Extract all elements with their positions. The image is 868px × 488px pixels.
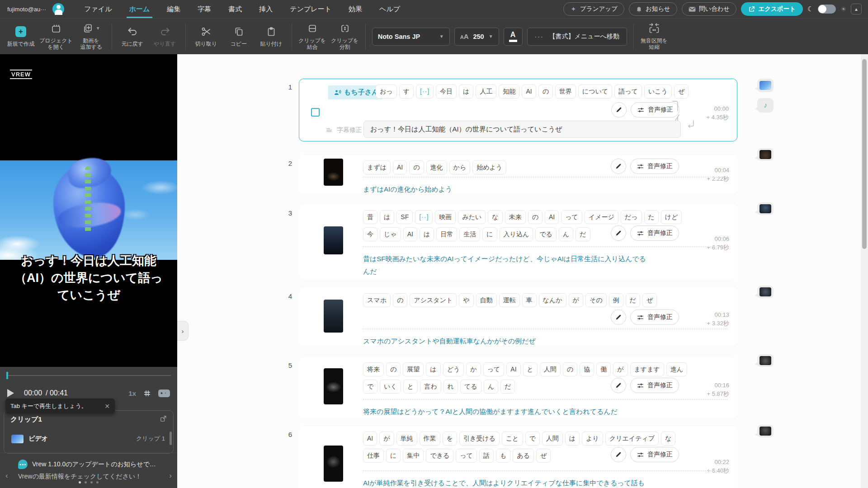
paste-button[interactable]: 貼り付け	[255, 26, 288, 47]
word-token[interactable]: 語って	[614, 84, 642, 99]
word-token[interactable]: 知能	[499, 84, 519, 99]
clip-subtitle-text[interactable]: AIが単純作業を引き受けることで、人間はよりクリエイティブな仕事に集中できるって…	[363, 477, 648, 488]
clip-thumbnail[interactable]	[324, 159, 343, 186]
word-token[interactable]: ぜ	[536, 449, 551, 463]
word-token[interactable]: 世界	[555, 84, 576, 99]
voice-fix-button[interactable]: 音声修正	[630, 447, 679, 462]
word-token[interactable]: アシスタント	[410, 293, 457, 307]
word-token[interactable]: って	[561, 210, 582, 224]
word-token[interactable]: は	[565, 432, 580, 446]
menu-item-テンプレート[interactable]: テンプレート	[290, 0, 331, 18]
word-token[interactable]: や	[459, 293, 473, 307]
word-token[interactable]: を	[443, 432, 457, 446]
word-token[interactable]: 人間	[540, 362, 561, 376]
word-token[interactable]: ある	[513, 449, 534, 463]
clip-row-1[interactable]: もち子さんおっす[··]今日は人工知能AIの世界について語っていこうぜ音声修正0…	[299, 79, 737, 141]
clip1-video-bubble[interactable]	[757, 79, 774, 92]
word-token[interactable]: と	[523, 362, 538, 376]
seek-bar[interactable]	[6, 375, 171, 376]
word-token[interactable]: から	[449, 160, 471, 174]
word-token[interactable]: が	[569, 293, 583, 307]
word-token[interactable]: は	[380, 210, 394, 224]
edit-pencil-button[interactable]	[611, 378, 626, 393]
contact-button[interactable]: 問い合わせ	[682, 2, 736, 16]
word-token[interactable]: てる	[460, 380, 481, 394]
word-token[interactable]: AI	[363, 432, 377, 446]
word-token[interactable]: AI	[393, 160, 407, 174]
plan-upgrade-button[interactable]: プランアップ	[563, 2, 624, 16]
word-token[interactable]: 言わ	[420, 380, 441, 394]
new-project-button[interactable]: + 新規で作成	[5, 26, 37, 47]
word-token[interactable]: か	[466, 362, 481, 376]
word-token[interactable]: SF	[396, 210, 413, 224]
word-token[interactable]: クリエイティブ	[605, 432, 659, 446]
word-token[interactable]: って	[456, 449, 477, 463]
clip-subtitle-text[interactable]: 昔はSF映画みたいな未来のAIってイメージだったけど、今じゃAIは日常生活に入り…	[363, 253, 648, 278]
word-token[interactable]: けど	[661, 210, 682, 224]
word-token[interactable]: 話	[479, 449, 494, 463]
clip-subtitle-text[interactable]: 将来の展望はどうかって？AIと人間の協働がますます進んでいくと言われてるんだ	[363, 405, 648, 418]
menu-item-編集[interactable]: 編集	[167, 0, 180, 18]
voice-fix-button[interactable]: 音声修正	[630, 310, 679, 325]
word-token[interactable]: AI	[545, 210, 559, 224]
word-token[interactable]: [··]	[416, 84, 434, 99]
edit-pencil-button[interactable]	[611, 225, 626, 241]
word-token[interactable]: ぜ	[674, 84, 689, 99]
split-clip-button[interactable]: クリップを分割	[329, 23, 361, 51]
merge-clips-button[interactable]: クリップを結合	[296, 23, 329, 51]
word-token[interactable]: イメージ	[585, 210, 618, 224]
word-token[interactable]: は	[426, 362, 440, 376]
clip-row-5[interactable]: 将来の展望はどうかってAIと人間の協働がますます進んでいくと言われてるんだ音声修…	[299, 357, 737, 418]
word-token[interactable]: の	[393, 293, 407, 307]
word-token[interactable]: ぜ	[642, 293, 657, 307]
clip6-media-bubble[interactable]	[757, 425, 774, 437]
word-token[interactable]: 進化	[426, 160, 447, 174]
banner-pagination-dots[interactable]	[79, 481, 99, 483]
clip-row-3[interactable]: 昔はSF[··]映画みたいな未来のAIってイメージだったけど今じゃAIは日常生活…	[299, 205, 737, 279]
word-token[interactable]: 展望	[403, 362, 424, 376]
word-token[interactable]: 人間	[542, 432, 563, 446]
word-token[interactable]: は	[420, 227, 434, 241]
word-token[interactable]: 始めよう	[472, 160, 506, 174]
word-token[interactable]: より	[582, 432, 603, 446]
word-token[interactable]: が	[379, 432, 394, 446]
word-token[interactable]: の	[409, 160, 424, 174]
word-token[interactable]: と	[403, 380, 418, 394]
clip-subtitle-text[interactable]: まずはAIの進化から始めよう	[363, 183, 648, 196]
cut-button[interactable]: 切り取り	[190, 26, 222, 47]
menu-item-ファイル[interactable]: ファイル	[84, 0, 112, 18]
word-token[interactable]: いこう	[644, 84, 672, 99]
edit-pencil-button[interactable]	[611, 102, 627, 117]
video-preview[interactable]: VREW おっす！今日は人工知能 （AI）の世界について語っ ていこうぜ	[0, 54, 177, 367]
word-token[interactable]: 作業	[420, 432, 440, 446]
redo-button[interactable]: やり直す	[149, 26, 181, 47]
word-token[interactable]: 映画	[435, 210, 456, 224]
add-video-button[interactable]: ▼ 動画を追加する	[75, 23, 108, 51]
word-token[interactable]: 単純	[396, 432, 417, 446]
word-token[interactable]: こと	[502, 432, 523, 446]
font-color-button[interactable]: A	[504, 28, 523, 46]
word-token[interactable]: 未来	[505, 210, 526, 224]
panel-expand-tab[interactable]: ›	[177, 321, 189, 341]
word-token[interactable]: [··]	[415, 210, 433, 224]
word-token[interactable]: なんか	[539, 293, 566, 307]
clip1-audio-bubble[interactable]: ♪	[757, 98, 774, 113]
word-token[interactable]: じゃ	[380, 227, 401, 241]
word-token[interactable]: 協	[580, 362, 594, 376]
edit-pencil-button[interactable]	[611, 447, 626, 462]
collapse-toolbar-button[interactable]: ▲	[851, 4, 862, 14]
clip2-media-bubble[interactable]	[757, 148, 774, 161]
word-token[interactable]: その	[585, 293, 607, 307]
undo-button[interactable]: 元に戻す	[116, 26, 149, 47]
word-token[interactable]: 今日	[436, 84, 457, 99]
word-token[interactable]: でる	[535, 227, 557, 241]
word-token[interactable]: は	[459, 84, 473, 99]
word-token[interactable]: 集中	[403, 449, 424, 463]
banner-next-icon[interactable]: ›	[169, 471, 172, 480]
notifications-button[interactable]: お知らせ	[629, 2, 677, 16]
menu-item-効果[interactable]: 効果	[349, 0, 362, 18]
account-email[interactable]: fujimoto@au···	[7, 6, 46, 13]
edit-pencil-button[interactable]	[611, 310, 626, 325]
word-token[interactable]: ん	[484, 380, 498, 394]
clip-thumbnail[interactable]	[324, 368, 343, 404]
